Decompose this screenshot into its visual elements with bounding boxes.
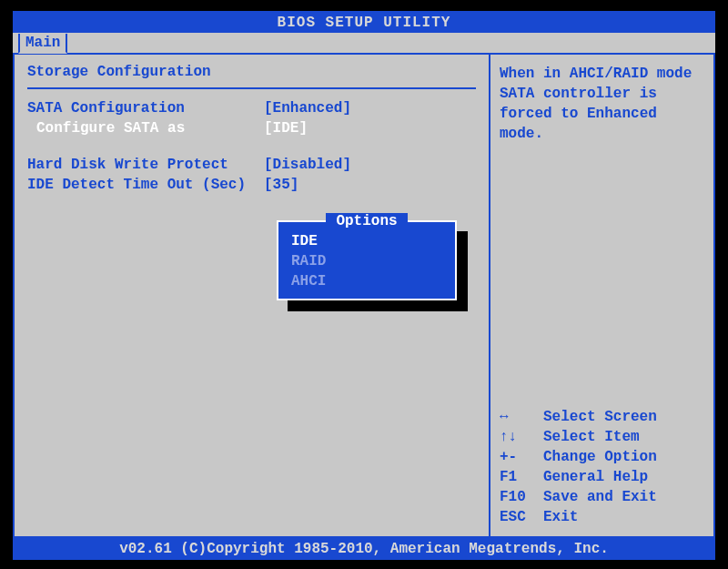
key-glyph: ESC: [500, 507, 543, 527]
value-ide-timeout: [35]: [264, 175, 298, 195]
title-bar: BIOS SETUP UTILITY: [13, 11, 715, 33]
key-desc: Change Option: [543, 447, 657, 467]
section-rule: [27, 87, 476, 89]
row-ide-timeout[interactable]: IDE Detect Time Out (Sec) [35]: [27, 175, 476, 195]
key-general-help: F1 General Help: [500, 467, 704, 487]
key-desc: Save and Exit: [543, 487, 657, 507]
option-ide[interactable]: IDE: [286, 231, 448, 251]
key-desc: Exit: [543, 507, 578, 527]
label-hd-write-protect: Hard Disk Write Protect: [27, 155, 264, 175]
key-glyph: ↑↓: [500, 427, 543, 447]
label-sata-configuration: SATA Configuration: [27, 98, 264, 118]
option-ahci[interactable]: AHCI: [286, 271, 448, 291]
key-glyph: F1: [500, 467, 543, 487]
key-desc: Select Screen: [543, 407, 657, 427]
label-configure-sata-as: Configure SATA as: [27, 118, 264, 138]
value-sata-configuration: [Enhanced]: [264, 98, 351, 118]
key-exit: ESC Exit: [500, 507, 704, 527]
label-ide-timeout: IDE Detect Time Out (Sec): [27, 175, 264, 195]
value-configure-sata-as: [IDE]: [264, 118, 308, 138]
key-select-screen: ↔ Select Screen: [500, 407, 704, 427]
key-desc: Select Item: [543, 427, 640, 447]
key-legend: ↔ Select Screen ↑↓ Select Item +- Change…: [500, 407, 704, 527]
settings-panel: Storage Configuration SATA Configuration…: [15, 55, 490, 536]
footer-bar: v02.61 (C)Copyright 1985-2010, American …: [13, 538, 715, 560]
copyright-text: v02.61 (C)Copyright 1985-2010, American …: [119, 541, 609, 557]
tab-bar: Main: [13, 33, 715, 53]
main-frame: Storage Configuration SATA Configuration…: [13, 53, 715, 538]
option-raid[interactable]: RAID: [286, 251, 448, 271]
section-title: Storage Configuration: [27, 64, 476, 86]
key-glyph: F10: [500, 487, 543, 507]
app-title: BIOS SETUP UTILITY: [278, 15, 451, 31]
key-glyph: ↔: [500, 407, 543, 427]
tab-main[interactable]: Main: [18, 34, 67, 54]
key-glyph: +-: [500, 447, 543, 467]
row-sata-configuration[interactable]: SATA Configuration [Enhanced]: [27, 98, 476, 118]
context-help-text: When in AHCI/RAID mode SATA controller i…: [500, 64, 704, 144]
row-configure-sata-as[interactable]: Configure SATA as [IDE]: [27, 118, 476, 138]
key-desc: General Help: [543, 467, 648, 487]
options-popup-title: Options: [326, 213, 408, 229]
options-popup: Options IDE RAID AHCI: [277, 220, 457, 300]
help-panel: When in AHCI/RAID mode SATA controller i…: [490, 55, 713, 536]
value-hd-write-protect: [Disabled]: [264, 155, 351, 175]
row-hd-write-protect[interactable]: Hard Disk Write Protect [Disabled]: [27, 155, 476, 175]
key-save-exit: F10 Save and Exit: [500, 487, 704, 507]
key-select-item: ↑↓ Select Item: [500, 427, 704, 447]
key-change-option: +- Change Option: [500, 447, 704, 467]
